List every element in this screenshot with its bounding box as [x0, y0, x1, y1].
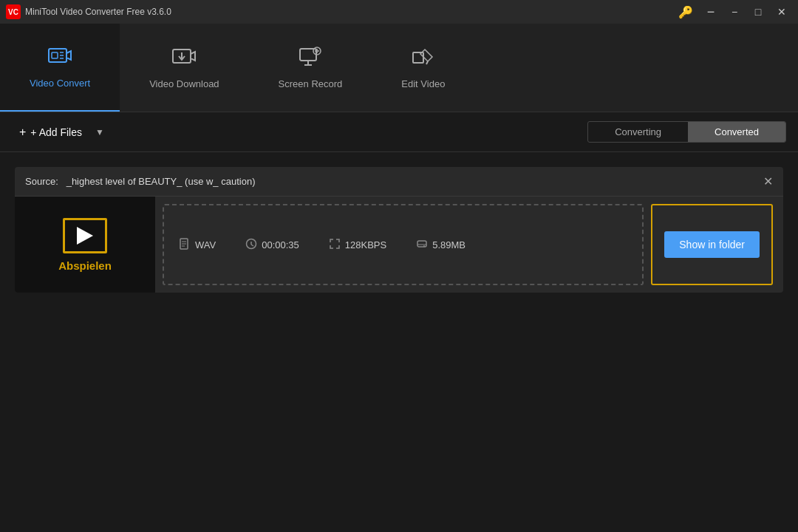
tabs-container: Converting Converted — [587, 121, 786, 143]
minimize-button[interactable]: − — [724, 4, 745, 19]
converted-item-card: Source: _highest level of BEAUTY_ (use w… — [15, 167, 783, 293]
menu-button[interactable]: − — [700, 4, 721, 19]
title-bar: VC MiniTool Video Converter Free v3.6.0 … — [0, 0, 798, 24]
nav-item-screen-record[interactable]: Screen Record — [249, 24, 372, 112]
show-folder-button-area: Show in folder — [651, 204, 773, 285]
duration-info: 00:00:35 — [245, 238, 299, 252]
app-title: MiniTool Video Converter Free v3.6.0 — [25, 7, 171, 17]
svg-line-21 — [251, 245, 253, 246]
nav-item-edit-video[interactable]: Edit Video — [372, 24, 474, 112]
window-controls: − − □ ✕ — [700, 4, 792, 19]
nav-label-screen-record: Screen Record — [279, 78, 343, 89]
svg-line-14 — [426, 61, 428, 64]
tab-converted[interactable]: Converted — [688, 122, 785, 142]
hdd-icon — [416, 238, 428, 252]
main-content: Source: _highest level of BEAUTY_ (use w… — [0, 152, 798, 307]
filesize-value: 5.89MB — [432, 239, 466, 250]
add-files-dropdown-button[interactable]: ▼ — [89, 125, 110, 140]
play-button[interactable] — [63, 218, 107, 253]
title-bar-left: VC MiniTool Video Converter Free v3.6.0 — [6, 4, 171, 19]
abspielen-label: Abspielen — [58, 259, 112, 272]
svg-rect-22 — [417, 241, 426, 247]
maximize-button[interactable]: □ — [748, 4, 768, 19]
nav-bar: Video Convert Video Download Screen Reco — [0, 24, 798, 112]
app-logo: VC — [6, 4, 21, 19]
screen-record-icon — [299, 47, 322, 72]
bitrate-info: 128KBPS — [329, 238, 386, 252]
close-item-button[interactable]: ✕ — [763, 174, 773, 188]
nav-label-video-download: Video Download — [149, 78, 219, 89]
format-info: WAV — [179, 238, 216, 252]
thumbnail-area: Abspielen — [15, 197, 155, 293]
key-icon[interactable]: 🔑 — [678, 5, 693, 19]
nav-item-video-convert[interactable]: Video Convert — [0, 24, 120, 112]
format-icon — [179, 238, 191, 252]
video-download-icon — [172, 47, 196, 72]
nav-item-video-download[interactable]: Video Download — [120, 24, 248, 112]
toolbar: + + Add Files ▼ Converting Converted — [0, 112, 798, 152]
file-info-area: WAV 00:00:35 — [163, 204, 644, 285]
bitrate-value: 128KBPS — [345, 239, 386, 250]
resize-icon — [329, 238, 341, 252]
nav-label-video-convert: Video Convert — [30, 78, 90, 89]
show-in-folder-button[interactable]: Show in folder — [664, 231, 760, 258]
clock-icon — [245, 238, 257, 252]
item-body: Abspielen WAV — [15, 197, 783, 293]
close-button[interactable]: ✕ — [771, 4, 792, 19]
svg-rect-13 — [413, 52, 423, 63]
filesize-info: 5.89MB — [416, 238, 466, 252]
edit-video-icon — [412, 47, 435, 72]
duration-value: 00:00:35 — [262, 239, 299, 250]
add-files-button[interactable]: + + Add Files — [12, 121, 89, 143]
tab-converting[interactable]: Converting — [588, 122, 688, 142]
source-label: Source: _highest level of BEAUTY_ (use w… — [25, 176, 255, 187]
svg-point-24 — [423, 245, 425, 247]
svg-rect-1 — [52, 52, 58, 58]
add-files-label: + Add Files — [30, 126, 82, 138]
play-triangle-icon — [77, 227, 93, 245]
nav-label-edit-video: Edit Video — [401, 78, 445, 89]
format-value: WAV — [195, 239, 216, 250]
item-header: Source: _highest level of BEAUTY_ (use w… — [15, 167, 783, 197]
video-convert-icon — [48, 46, 72, 72]
add-files-plus-icon: + — [19, 126, 26, 139]
